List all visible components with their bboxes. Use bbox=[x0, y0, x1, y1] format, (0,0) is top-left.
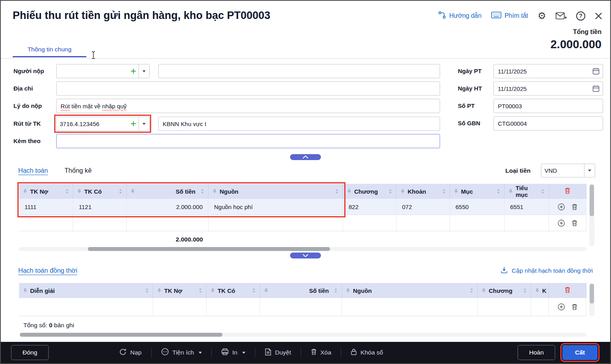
cell-tk-co[interactable]: 1121 bbox=[73, 199, 127, 215]
column-header-delete[interactable] bbox=[549, 184, 586, 199]
column-header-dien-giai[interactable]: Diễn giải bbox=[19, 283, 153, 298]
currency-dropdown-button[interactable] bbox=[584, 164, 595, 177]
delete-row-icon[interactable] bbox=[571, 204, 578, 210]
pin-icon[interactable] bbox=[347, 188, 351, 195]
sort-icon[interactable] bbox=[252, 288, 256, 293]
delete-column-icon[interactable] bbox=[564, 187, 571, 195]
lock-book-button[interactable]: Khóa sổ bbox=[351, 348, 383, 357]
column-header-nguon[interactable]: Nguồn bbox=[209, 184, 343, 199]
add-payer-icon[interactable] bbox=[130, 68, 137, 74]
pin-icon[interactable] bbox=[77, 188, 82, 195]
undo-button[interactable]: Hoàn bbox=[518, 345, 555, 360]
posting-date-input[interactable] bbox=[494, 85, 592, 92]
cell-tk-no[interactable]: 1111 bbox=[19, 199, 73, 215]
column-header-nguon[interactable]: Nguồn bbox=[342, 283, 478, 298]
expand-section-button[interactable] bbox=[290, 253, 321, 258]
sort-icon[interactable] bbox=[201, 189, 204, 194]
column-header-tk-co[interactable]: TK Có bbox=[73, 184, 127, 199]
withdraw-account-code-input[interactable] bbox=[57, 121, 130, 127]
cell-muc[interactable]: 6550 bbox=[450, 199, 505, 215]
sort-icon[interactable] bbox=[335, 189, 339, 194]
sort-icon[interactable] bbox=[145, 288, 149, 293]
pin-icon[interactable] bbox=[264, 287, 268, 294]
update-simultaneous-link[interactable]: Cập nhật hạch toán đồng thời bbox=[500, 266, 593, 275]
pin-icon[interactable] bbox=[157, 287, 161, 294]
column-header-delete[interactable] bbox=[549, 283, 586, 298]
pin-icon[interactable] bbox=[454, 188, 458, 195]
column-header-tieu-muc[interactable]: Tiểu mục bbox=[505, 184, 549, 199]
add-account-icon[interactable] bbox=[130, 121, 137, 127]
sort-icon[interactable] bbox=[523, 288, 527, 293]
sort-icon[interactable] bbox=[497, 189, 500, 194]
table-row-empty[interactable] bbox=[19, 298, 586, 316]
pin-icon[interactable] bbox=[482, 287, 486, 294]
cell-nguon[interactable]: Nguồn học phí bbox=[209, 199, 343, 215]
sort-icon[interactable] bbox=[65, 189, 69, 194]
scrollbar-thumb[interactable] bbox=[590, 284, 594, 304]
column-header-tk-no[interactable]: TK Nợ bbox=[19, 184, 73, 199]
table-row[interactable]: 1111 1121 2.000.000 Nguồn học phí 822 07… bbox=[19, 199, 586, 215]
sort-icon[interactable] bbox=[334, 288, 338, 293]
scrollbar-thumb[interactable] bbox=[88, 247, 330, 251]
column-header-so-tien[interactable]: Số tiền bbox=[127, 184, 209, 199]
subtab-accounting[interactable]: Hạch toán bbox=[18, 167, 48, 174]
horizontal-scrollbar[interactable] bbox=[19, 247, 586, 251]
close-button[interactable]: Đóng bbox=[11, 345, 49, 360]
receipt-date-input[interactable] bbox=[494, 68, 592, 75]
withdraw-account-combo[interactable] bbox=[56, 117, 150, 131]
simultaneous-accounting-link[interactable]: Hạch toán đồng thời bbox=[18, 267, 77, 274]
attachment-input[interactable] bbox=[56, 134, 440, 148]
reload-button[interactable]: Nạp bbox=[119, 348, 141, 357]
collapse-form-button[interactable] bbox=[290, 154, 321, 160]
cell-so-tien[interactable]: 2.000.000 bbox=[127, 199, 209, 215]
address-input[interactable] bbox=[56, 81, 440, 96]
pin-icon[interactable] bbox=[213, 188, 217, 195]
delete-column-icon[interactable] bbox=[564, 287, 571, 294]
sort-icon[interactable] bbox=[541, 189, 545, 194]
sort-icon[interactable] bbox=[470, 288, 473, 293]
cell-tieu-muc[interactable]: 6551 bbox=[505, 199, 549, 215]
payer-code-input[interactable] bbox=[57, 68, 130, 75]
pin-icon[interactable] bbox=[131, 188, 135, 195]
utilities-button[interactable]: Tiện ích bbox=[161, 348, 202, 357]
sort-icon[interactable] bbox=[389, 189, 392, 194]
column-header-so-tien[interactable]: Số tiền bbox=[260, 283, 342, 298]
add-row-icon[interactable] bbox=[558, 219, 565, 227]
calendar-icon[interactable] bbox=[592, 68, 600, 75]
payer-name-input[interactable] bbox=[158, 64, 440, 78]
mail-feedback-icon[interactable] bbox=[556, 12, 567, 20]
table-row-empty[interactable] bbox=[19, 215, 586, 231]
help-guide-link[interactable]: Hướng dẫn bbox=[438, 11, 482, 21]
payer-dropdown-button[interactable] bbox=[139, 64, 149, 78]
column-header-tk-no[interactable]: TK Nợ bbox=[153, 283, 207, 298]
delete-row-icon[interactable] bbox=[571, 220, 578, 226]
column-header-muc[interactable]: Mục bbox=[450, 184, 505, 199]
approve-button[interactable]: Duyệt bbox=[265, 348, 291, 357]
vertical-scrollbar[interactable] bbox=[589, 184, 594, 246]
horizontal-scrollbar[interactable] bbox=[20, 333, 586, 337]
help-question-icon[interactable]: ? bbox=[576, 11, 585, 21]
column-header-chuong[interactable]: Chương bbox=[478, 283, 531, 298]
sort-icon[interactable] bbox=[442, 189, 446, 194]
receipt-date-field[interactable] bbox=[493, 64, 603, 78]
pin-icon[interactable] bbox=[23, 188, 27, 195]
pin-icon[interactable] bbox=[509, 188, 513, 195]
delete-button[interactable]: Xóa bbox=[311, 348, 332, 357]
scrollbar-thumb[interactable] bbox=[20, 333, 222, 337]
save-button[interactable]: Cất bbox=[562, 345, 598, 360]
vertical-scrollbar[interactable] bbox=[589, 283, 594, 316]
pin-icon[interactable] bbox=[400, 188, 405, 195]
scrollbar-thumb[interactable] bbox=[590, 185, 594, 216]
receipt-no-input[interactable] bbox=[493, 99, 603, 113]
reason-input[interactable]: Rút tiền mặt về nhập quỹ bbox=[56, 99, 440, 113]
cell-khoan[interactable]: 072 bbox=[397, 199, 450, 215]
add-row-icon[interactable] bbox=[558, 303, 565, 311]
cell-chuong[interactable]: 822 bbox=[343, 199, 397, 215]
currency-select[interactable] bbox=[541, 164, 595, 177]
calendar-icon[interactable] bbox=[592, 85, 600, 92]
gbn-no-input[interactable] bbox=[493, 116, 603, 130]
pin-icon[interactable] bbox=[211, 287, 215, 294]
close-icon[interactable] bbox=[595, 12, 602, 20]
pin-icon[interactable] bbox=[535, 287, 539, 294]
withdraw-account-dropdown-button[interactable] bbox=[139, 117, 149, 130]
